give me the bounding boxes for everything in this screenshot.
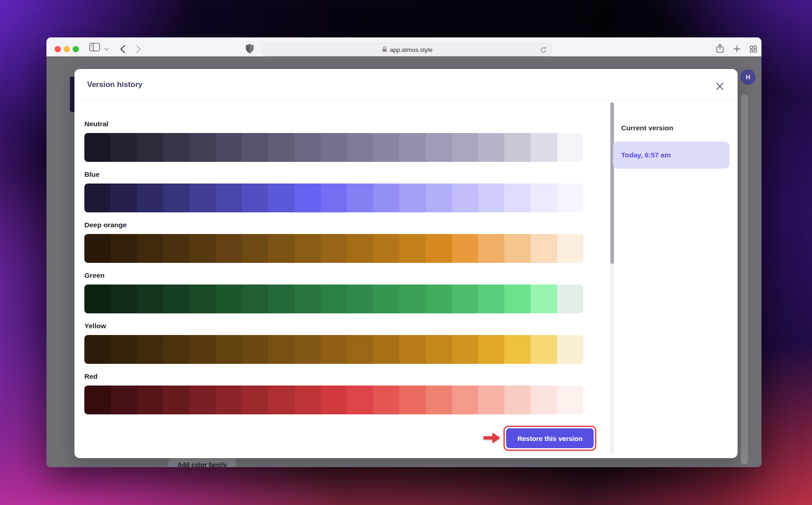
color-swatch	[189, 386, 216, 414]
color-swatch	[84, 234, 111, 263]
color-swatch	[189, 335, 216, 364]
restore-this-version-button[interactable]: Restore this version	[506, 428, 594, 448]
color-family: Blue	[84, 170, 583, 212]
traffic-light-zoom[interactable]	[73, 46, 79, 52]
color-swatch	[557, 386, 583, 414]
address-bar[interactable]: app.atmos.style	[263, 43, 552, 56]
color-swatch	[373, 335, 399, 364]
color-swatch	[452, 335, 478, 364]
color-swatch	[163, 386, 189, 414]
restore-button-highlight: Restore this version	[503, 426, 596, 451]
color-family-swatches	[84, 285, 583, 313]
color-swatch	[163, 234, 189, 263]
color-swatch	[531, 184, 557, 212]
color-swatch	[321, 285, 347, 313]
color-swatch	[137, 133, 163, 162]
families-list: Neutral Blue Deep orange Green Yellow Re…	[84, 101, 583, 422]
color-swatch	[557, 234, 583, 263]
modal-body: Neutral Blue Deep orange Green Yellow Re…	[74, 101, 738, 458]
color-family-swatches	[84, 234, 583, 263]
color-family-label: Deep orange	[84, 220, 583, 230]
color-swatch	[137, 285, 163, 313]
color-swatch	[242, 285, 268, 313]
color-swatch	[242, 184, 268, 212]
traffic-light-minimize[interactable]	[64, 46, 70, 52]
color-swatch	[452, 234, 478, 263]
color-swatch	[111, 234, 137, 263]
color-swatch	[478, 285, 504, 313]
color-swatch	[557, 184, 583, 212]
color-swatch	[347, 285, 373, 313]
color-swatch	[426, 133, 452, 162]
color-swatch	[137, 234, 163, 263]
color-swatch	[268, 386, 294, 414]
color-swatch	[373, 133, 399, 162]
version-item[interactable]: Today, 6:57 am	[613, 142, 729, 169]
color-swatch	[163, 133, 189, 162]
color-swatch	[295, 184, 321, 212]
forward-icon[interactable]	[136, 45, 141, 53]
color-family-label: Green	[84, 271, 583, 280]
browser-window: app.atmos.style H Add color	[46, 37, 761, 467]
share-icon[interactable]	[716, 43, 724, 53]
color-swatch	[478, 184, 504, 212]
add-color-family-button: Add color family	[168, 458, 236, 467]
close-button[interactable]	[711, 79, 728, 95]
color-family: Neutral	[84, 119, 583, 162]
reload-icon[interactable]	[540, 46, 547, 55]
chevron-down-icon[interactable]	[104, 48, 109, 51]
modal-title: Version history	[87, 80, 143, 89]
add-color-family-label: Add color family	[177, 461, 227, 467]
color-swatch	[399, 386, 425, 414]
color-swatch	[137, 335, 163, 364]
browser-toolbar: app.atmos.style	[46, 37, 761, 56]
color-swatch	[504, 133, 531, 162]
color-swatch	[531, 386, 557, 414]
color-family-label: Red	[84, 372, 583, 381]
color-swatch	[189, 285, 216, 313]
color-swatch	[557, 335, 583, 364]
color-family: Deep orange	[84, 220, 583, 263]
color-swatch	[163, 285, 189, 313]
back-icon[interactable]	[120, 45, 125, 53]
avatar-initial: H	[746, 73, 750, 81]
color-swatch	[399, 133, 425, 162]
color-swatch	[268, 184, 294, 212]
color-family: Green	[84, 271, 583, 313]
color-swatch	[531, 335, 557, 364]
color-swatch	[111, 285, 137, 313]
color-swatch	[242, 133, 268, 162]
color-swatch	[268, 335, 294, 364]
color-swatch	[216, 386, 242, 414]
color-family-swatches	[84, 133, 583, 162]
color-swatch	[426, 285, 452, 313]
app-logo	[70, 77, 74, 112]
color-swatch	[216, 133, 242, 162]
page-scrollbar	[741, 95, 748, 464]
color-swatch	[478, 386, 504, 414]
color-swatch	[321, 386, 347, 414]
color-swatch	[504, 386, 531, 414]
color-swatch	[216, 285, 242, 313]
new-tab-icon[interactable]	[734, 46, 740, 52]
tab-overview-icon[interactable]	[750, 46, 757, 53]
color-swatch	[373, 285, 399, 313]
color-family-swatches	[84, 335, 583, 364]
privacy-shield-icon[interactable]	[245, 44, 254, 54]
color-swatch	[295, 133, 321, 162]
color-swatch	[399, 234, 425, 263]
color-swatch	[504, 234, 531, 263]
lock-icon	[382, 46, 387, 54]
color-swatch	[189, 133, 216, 162]
color-family-swatches	[84, 386, 583, 414]
color-swatch	[557, 285, 583, 313]
traffic-light-close[interactable]	[55, 46, 61, 52]
color-swatch	[373, 184, 399, 212]
color-swatch	[347, 386, 373, 414]
color-swatch	[347, 133, 373, 162]
color-swatch	[426, 234, 452, 263]
color-swatch	[321, 335, 347, 364]
close-icon	[716, 83, 724, 92]
modal-header: Version history	[74, 69, 738, 101]
sidebar-icon[interactable]	[89, 43, 100, 51]
